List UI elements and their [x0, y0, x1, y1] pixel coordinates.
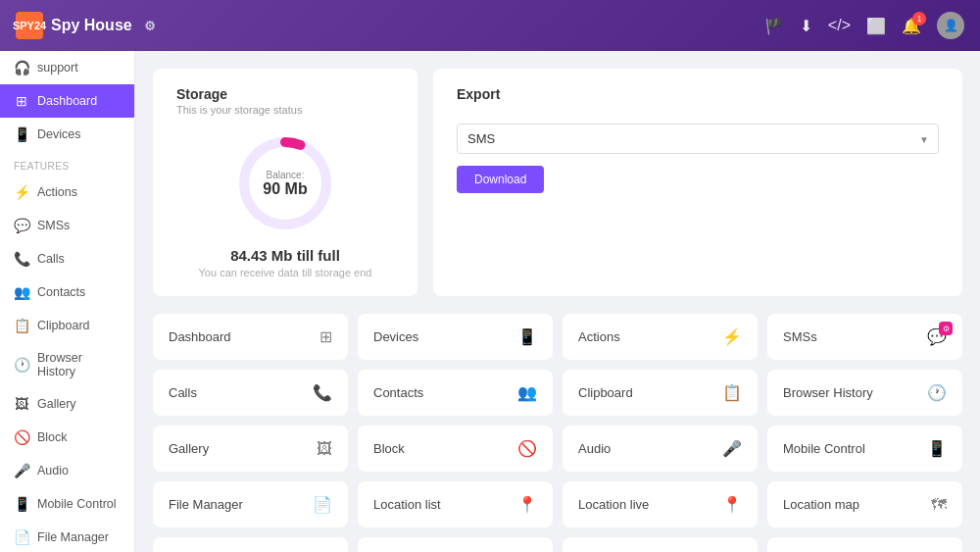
grid-label-block: Block — [373, 441, 405, 456]
sidebar-item-block[interactable]: 🚫 Block — [0, 421, 134, 454]
balance-label: Balance: — [263, 170, 307, 180]
flag-icon[interactable]: 🏴 — [764, 17, 784, 35]
sidebar-item-mobile-control[interactable]: 📱 Mobile Control — [0, 487, 134, 521]
grid-label-smss: SMSs — [783, 329, 817, 344]
grid-label-gallery: Gallery — [169, 441, 209, 456]
grid-icon-gallery: 🖼 — [317, 440, 332, 458]
sidebar-item-dashboard[interactable]: ⊞ Dashboard — [0, 84, 134, 118]
grid-card-contacts[interactable]: Contacts 👥 — [358, 370, 553, 416]
calls-icon: 📞 — [14, 251, 29, 267]
mobile-control-icon: 📱 — [14, 496, 29, 512]
grid-card-file-manager[interactable]: File Manager 📄 — [153, 481, 348, 527]
export-select[interactable]: SMS Calls Contacts — [457, 124, 939, 154]
sidebar-item-smss[interactable]: 💬 SMSs — [0, 209, 134, 242]
dashboard-icon: ⊞ — [14, 93, 29, 109]
storage-hint: You can receive data till storage end — [199, 267, 372, 278]
grid-card-clipboard[interactable]: Clipboard 📋 — [563, 370, 758, 416]
grid-card-location-live[interactable]: Location live 📍 — [563, 481, 758, 527]
audio-icon: 🎤 — [14, 463, 29, 478]
browser-history-icon: 🕐 — [14, 357, 29, 373]
layout-icon[interactable]: ⬜ — [866, 17, 886, 35]
donut-center: Balance: 90 Mb — [263, 170, 307, 198]
sidebar-item-contacts[interactable]: 👥 Contacts — [0, 276, 134, 309]
grid-card-smss[interactable]: SMSs 💬 ⚙ — [767, 314, 962, 360]
sidebar-item-audio[interactable]: 🎤 Audio — [0, 454, 134, 487]
grid-label-actions: Actions — [578, 329, 620, 344]
grid-label-location-list: Location list — [373, 497, 441, 512]
grid-label-dashboard: Dashboard — [169, 329, 231, 344]
grid-card-audio[interactable]: Audio 🎤 — [563, 426, 758, 472]
balance-value: 90 Mb — [263, 180, 307, 198]
storage-title: Storage — [176, 86, 394, 102]
storage-chart: Balance: 90 Mb 84.43 Mb till full You ca… — [176, 129, 394, 278]
app-logo[interactable]: SPY24 Spy House ⚙ — [16, 12, 156, 39]
gallery-icon: 🖼 — [14, 396, 29, 412]
grid-card-location-list[interactable]: Location list 📍 — [358, 481, 553, 527]
sidebar-item-gallery[interactable]: 🖼 Gallery — [0, 387, 134, 421]
download-button[interactable]: Download — [457, 166, 544, 193]
sidebar-label-actions: Actions — [37, 185, 77, 199]
grid-card-screen[interactable]: Screen 🖥 — [358, 537, 553, 552]
grid-label-calls: Calls — [169, 385, 197, 400]
download-icon[interactable]: ⬇ — [800, 17, 812, 35]
grid-card-messengers[interactable]: Messengers 💬 — [563, 537, 758, 552]
smss-icon-wrap: 💬 ⚙ — [927, 327, 947, 346]
grid-card-dashboard[interactable]: Dashboard ⊞ — [153, 314, 348, 360]
sidebar-label-dashboard: Dashboard — [37, 94, 97, 108]
sidebar-label-smss: SMSs — [37, 219, 70, 232]
sidebar-item-file-manager[interactable]: 📄 File Manager — [0, 521, 134, 552]
export-title: Export — [457, 86, 939, 102]
storage-subtitle: This is your storage status — [176, 104, 394, 116]
grid-card-keylogger[interactable]: Keylogger ⌨ — [767, 537, 962, 552]
grid-icon-clipboard: 📋 — [722, 383, 742, 402]
devices-icon: 📱 — [14, 126, 29, 142]
sidebar-item-browser-history[interactable]: 🕐 Browser History — [0, 342, 134, 387]
storage-till-full: 84.43 Mb till full — [230, 247, 340, 264]
grid-icon-audio: 🎤 — [722, 439, 742, 458]
sidebar-label-mobile-control: Mobile Control — [37, 497, 117, 511]
grid-icon-location-map: 🗺 — [931, 496, 947, 514]
sidebar-label-file-manager: File Manager — [37, 530, 109, 544]
sidebar-item-actions[interactable]: ⚡ Actions — [0, 176, 134, 209]
user-avatar[interactable]: 👤 — [937, 12, 964, 39]
sidebar-label-contacts: Contacts — [37, 285, 85, 299]
top-cards: Storage This is your storage status Bala… — [153, 69, 962, 296]
grid-card-gallery[interactable]: Gallery 🖼 — [153, 426, 348, 472]
sidebar-label-clipboard: Clipboard — [37, 319, 90, 332]
logo-icon: SPY24 — [16, 12, 43, 39]
storage-card: Storage This is your storage status Bala… — [153, 69, 417, 296]
grid-card-block[interactable]: Block 🚫 — [358, 426, 553, 472]
grid-icon-browser-history: 🕐 — [927, 383, 947, 402]
sidebar-item-clipboard[interactable]: 📋 Clipboard — [0, 309, 134, 342]
grid-card-calls[interactable]: Calls 📞 — [153, 370, 348, 416]
grid-label-clipboard: Clipboard — [578, 385, 633, 400]
sidebar-label-browser-history: Browser History — [37, 351, 121, 378]
app-gear-icon[interactable]: ⚙ — [144, 19, 156, 33]
donut-chart: Balance: 90 Mb — [231, 129, 339, 237]
grid-icon-location-live: 📍 — [722, 495, 742, 514]
file-manager-icon: 📄 — [14, 529, 29, 545]
sms-icon: 💬 — [14, 218, 29, 233]
grid-card-location-map[interactable]: Location map 🗺 — [767, 481, 962, 527]
notification-bell[interactable]: 🔔 1 — [902, 17, 921, 35]
grid-card-actions[interactable]: Actions ⚡ — [563, 314, 758, 360]
grid-card-devices[interactable]: Devices 📱 — [358, 314, 553, 360]
app-title: Spy House — [51, 17, 132, 34]
grid-label-mobile-control: Mobile Control — [783, 441, 865, 456]
grid-icon-mobile-control: 📱 — [927, 439, 947, 458]
grid-label-file-manager: File Manager — [169, 497, 243, 512]
contacts-icon: 👥 — [14, 284, 29, 300]
sidebar-item-support[interactable]: 🎧 support — [0, 51, 134, 84]
sms-settings-badge: ⚙ — [939, 322, 953, 335]
sidebar-item-calls[interactable]: 📞 Calls — [0, 242, 134, 276]
topnav-actions: 🏴 ⬇ </> ⬜ 🔔 1 👤 — [764, 12, 964, 39]
sidebar-label-audio: Audio — [37, 464, 69, 477]
features-section-label: FEATURES — [0, 151, 134, 176]
code-icon[interactable]: </> — [828, 17, 851, 34]
clipboard-icon: 📋 — [14, 318, 29, 333]
headset-icon: 🎧 — [14, 60, 29, 75]
sidebar-item-devices[interactable]: 📱 Devices — [0, 118, 134, 151]
grid-card-mobile-control[interactable]: Mobile Control 📱 — [767, 426, 962, 472]
grid-card-payment-history[interactable]: Payment History 💳 — [153, 537, 348, 552]
grid-card-browser-history[interactable]: Browser History 🕐 — [767, 370, 962, 416]
